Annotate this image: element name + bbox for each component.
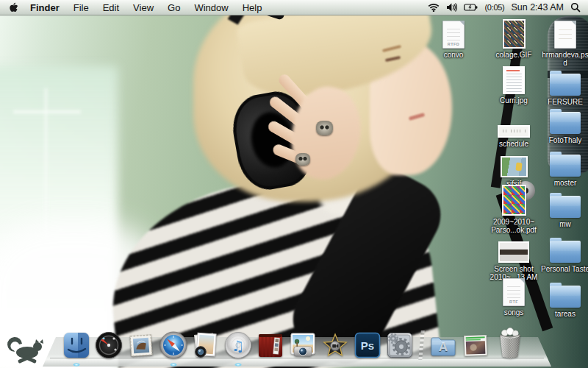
- desktop-icon-sjfsjf[interactable]: sjfsjf: [484, 148, 543, 188]
- folder-icon: [550, 112, 581, 134]
- desktop-icon-label: FotoThaly: [549, 136, 581, 144]
- menu-item-help[interactable]: Help: [243, 2, 262, 13]
- desktop-icon-tareas[interactable]: tareas: [536, 278, 588, 318]
- desktop-screen: FinderFileEditViewGoWindowHelp: [0, 0, 588, 368]
- desktop-icon-label: moster: [554, 179, 577, 187]
- folder-icon: [550, 286, 581, 308]
- folder-icon: [550, 196, 581, 218]
- collage-pdf-icon: [502, 185, 526, 216]
- photoshop-icon[interactable]: Ps: [353, 330, 382, 360]
- system-preferences-icon[interactable]: [385, 330, 415, 360]
- svg-text:♫: ♫: [232, 337, 245, 355]
- menu-item-go[interactable]: Go: [168, 2, 180, 13]
- photo-booth-icon[interactable]: [256, 330, 285, 360]
- iphoto-icon[interactable]: [288, 330, 318, 360]
- desktop-icon-songs[interactable]: RTFsongs: [484, 277, 543, 316]
- desktop-icon-moster[interactable]: moster: [536, 147, 588, 187]
- menu-bar: FinderFileEditViewGoWindowHelp: [0, 0, 588, 15]
- desktop-icon-label: convo: [444, 51, 464, 59]
- desktop-icon-hrmandeva-ps[interactable]: hrmandeva.ps d: [536, 19, 588, 67]
- dock: ♫ Ps A: [0, 322, 588, 368]
- screenshot-image-icon: [498, 241, 529, 263]
- rtfd-doc-icon: RTFD: [442, 21, 465, 49]
- desktop-icon-label: Personal Taste: [541, 265, 588, 273]
- trash-full-icon[interactable]: [493, 326, 527, 360]
- desktop-icon-label: tareas: [555, 310, 576, 318]
- menu-item-file[interactable]: File: [74, 2, 89, 13]
- desktop-icon-label: songs: [504, 308, 524, 316]
- desktop-icon-convo[interactable]: RTFDconvo: [424, 19, 483, 59]
- desktop-icon-personal-taste[interactable]: Personal Taste: [536, 233, 588, 273]
- desktop-icon-label: Curri.jpg: [500, 96, 528, 105]
- desktop-icon-label: colage.GIF: [496, 51, 532, 59]
- desktop-icon-label: schedule: [499, 140, 528, 148]
- file-kind-badge: RTF: [503, 300, 524, 304]
- rtf-doc-icon: RTF: [503, 278, 525, 306]
- desktop-icon-fersure[interactable]: FERSURE: [536, 66, 588, 106]
- sketch-doc-icon: [554, 21, 576, 49]
- file-kind-badge: RTFD: [443, 42, 464, 46]
- picture-file-icon[interactable]: [461, 330, 490, 360]
- menu-item-finder[interactable]: Finder: [30, 2, 60, 13]
- text-image-icon: [503, 66, 525, 94]
- desktop-icon-2009-2010-[interactable]: 2009~2010~ Parso...ok.pdf: [484, 186, 543, 234]
- desktop-icon-colage-gif[interactable]: colage.GIF: [484, 19, 543, 59]
- desktop-icon-screen-shot[interactable]: Screen shot 2010~...13 AM: [484, 233, 543, 281]
- running-indicator: [73, 363, 80, 367]
- folder-icon: [550, 74, 581, 96]
- battery-time: (0:05): [484, 3, 504, 12]
- desktop-icon-curri-jpg[interactable]: Curri.jpg: [484, 65, 543, 105]
- menu-item-view[interactable]: View: [133, 2, 154, 13]
- safari-icon[interactable]: [159, 330, 188, 360]
- volume-icon[interactable]: [446, 3, 457, 12]
- itunes-icon[interactable]: ♫: [223, 330, 253, 360]
- collage-image-icon: [503, 19, 526, 49]
- desktop-icon-label: hrmandeva.ps d: [542, 51, 588, 67]
- apple-menu-icon[interactable]: [9, 2, 18, 13]
- strip-image-icon: [498, 125, 530, 138]
- desktop-icon-fotothaly[interactable]: FotoThaly: [536, 105, 588, 144]
- mail-icon[interactable]: [126, 330, 156, 360]
- applications-folder-icon[interactable]: A: [429, 330, 458, 360]
- desktop-icon-schedule[interactable]: schedule: [484, 108, 543, 148]
- menu-item-edit[interactable]: Edit: [103, 2, 119, 13]
- battery-icon[interactable]: [464, 4, 478, 11]
- running-indicator: [170, 363, 177, 367]
- running-indicator: [234, 363, 242, 367]
- folder-icon: [550, 241, 581, 263]
- imovie-icon[interactable]: [320, 330, 350, 360]
- dock-separator[interactable]: [418, 330, 424, 360]
- preview-icon[interactable]: [191, 330, 220, 360]
- desktop-icon-label: mw: [559, 220, 571, 228]
- folder-icon: [550, 155, 581, 177]
- wifi-icon[interactable]: [428, 3, 440, 12]
- dashboard-icon[interactable]: [94, 330, 123, 360]
- photo-image-icon: [501, 156, 528, 177]
- desktop-icon-label: 2009~2010~ Parso...ok.pdf: [491, 218, 537, 234]
- menu-clock[interactable]: Sun 2:43 AM: [511, 2, 564, 13]
- finder-icon[interactable]: [62, 330, 91, 360]
- spotlight-icon[interactable]: [570, 2, 581, 13]
- desktop-icon-grid: RTFDconvocolage.GIFhrmandeva.ps dCurri.j…: [0, 0, 588, 368]
- desktop-icon-mw[interactable]: mw: [536, 188, 588, 228]
- menu-item-window[interactable]: Window: [194, 2, 228, 13]
